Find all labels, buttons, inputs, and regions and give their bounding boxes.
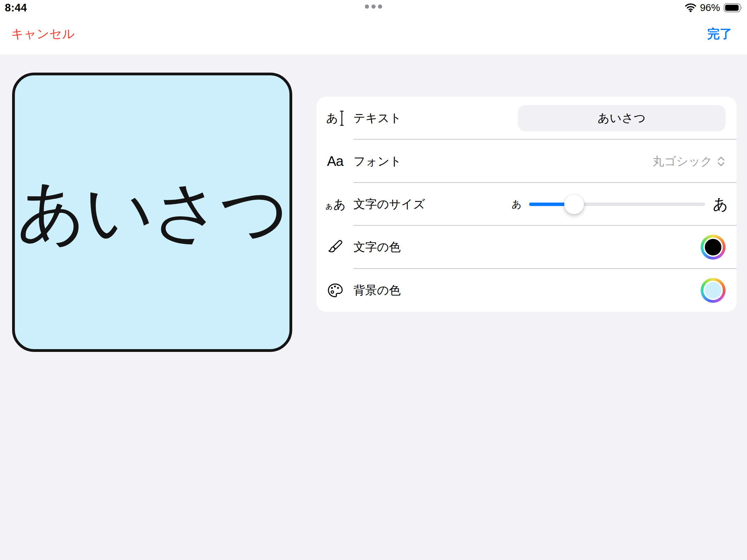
slider-min-label: あ: [511, 198, 522, 211]
text-color-swatch[interactable]: [701, 235, 726, 260]
background-color-row-label: 背景の色: [353, 282, 401, 298]
handle-dot: [378, 4, 382, 9]
font-picker-value: 丸ゴシック: [653, 153, 712, 169]
battery-percent: 96%: [700, 2, 720, 13]
text-row-label: テキスト: [353, 110, 402, 126]
chevron-up-down-icon: [717, 156, 726, 167]
slider-max-label: あ: [713, 194, 728, 214]
status-time: 8:44: [5, 2, 27, 14]
text-input[interactable]: [518, 105, 726, 131]
wifi-icon: [685, 3, 697, 12]
text-color-swatch-core: [703, 237, 723, 257]
row-background-color: 背景の色: [316, 269, 737, 312]
handle-dot: [371, 4, 376, 9]
text-size-icon: ぁ あ: [326, 196, 344, 213]
background-color-swatch[interactable]: [701, 278, 726, 303]
top-bar: 8:44 96%: [0, 0, 747, 55]
palette-icon: [326, 282, 344, 299]
text-size-row-label: 文字のサイズ: [353, 196, 425, 212]
row-text-size: ぁ あ 文字のサイズ あ あ: [316, 183, 737, 226]
multitask-handle-icon[interactable]: [365, 4, 382, 9]
sticker-preview: あいさつ: [12, 73, 292, 352]
cancel-button[interactable]: キャンセル: [11, 27, 75, 41]
done-button[interactable]: 完了: [707, 27, 732, 41]
font-icon: Aa: [326, 153, 344, 169]
settings-panel: あ テキスト Aa フォント 丸ゴシック: [316, 97, 737, 312]
status-right-cluster: 96%: [685, 1, 743, 14]
paintbrush-icon: [326, 239, 344, 255]
text-size-slider: あ あ: [511, 194, 728, 214]
sticker-text: あいさつ: [17, 167, 287, 258]
text-entry-icon: あ: [326, 110, 344, 126]
font-picker-button[interactable]: 丸ゴシック: [653, 153, 726, 169]
font-row-label: フォント: [353, 153, 402, 169]
row-font: Aa フォント 丸ゴシック: [316, 140, 737, 183]
background-color-swatch-core: [703, 281, 723, 300]
handle-dot: [365, 4, 369, 9]
content-area: あいさつ あ テキスト Aa フォント: [0, 55, 747, 560]
slider-track[interactable]: [529, 194, 705, 214]
slider-thumb[interactable]: [564, 195, 584, 214]
row-text-color: 文字の色: [316, 226, 737, 269]
battery-icon: [723, 3, 743, 12]
text-color-row-label: 文字の色: [353, 239, 401, 255]
row-text: あ テキスト: [316, 97, 737, 140]
screen: 8:44 96%: [0, 0, 747, 560]
